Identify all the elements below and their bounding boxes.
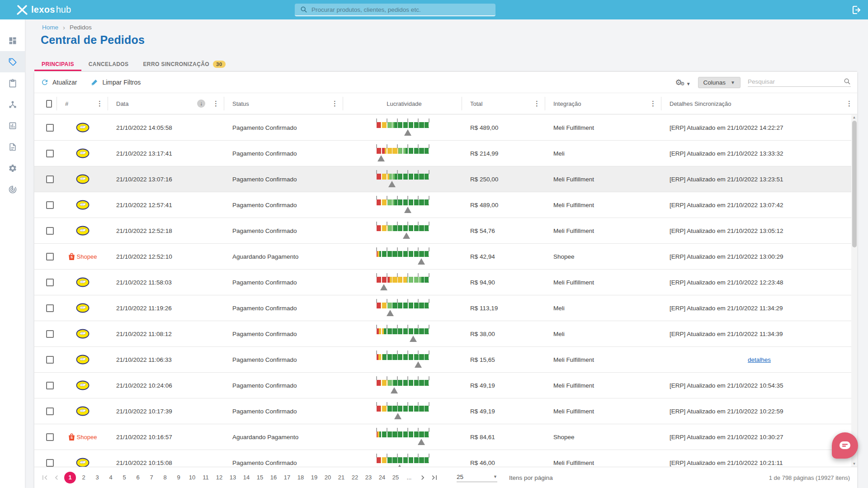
sidebar-item-support[interactable] <box>0 179 25 200</box>
global-search-input[interactable] <box>311 6 490 13</box>
table-settings-button[interactable]: ⚙⚙▼ <box>675 79 691 86</box>
page-button-11[interactable]: 11 <box>200 472 212 483</box>
breadcrumb-home-link[interactable]: Home <box>42 24 58 31</box>
table-row[interactable]: S Shopee 21/10/2022 12:52:10 Aguardando … <box>34 244 857 270</box>
page-button-25[interactable]: 25 <box>390 472 401 483</box>
row-checkbox[interactable] <box>46 201 54 209</box>
page-button-14[interactable]: 14 <box>241 472 252 483</box>
page-button-16[interactable]: 16 <box>268 472 279 483</box>
page-button-17[interactable]: 17 <box>281 472 293 483</box>
column-menu-icon[interactable]: ⋮ <box>647 99 656 108</box>
row-checkbox[interactable] <box>46 150 54 157</box>
row-checkbox[interactable] <box>46 356 54 364</box>
first-page-button[interactable] <box>39 472 51 483</box>
prev-page-button[interactable] <box>51 472 62 483</box>
page-button-2[interactable]: 2 <box>78 472 90 483</box>
sort-desc-icon[interactable]: ↓ <box>197 99 205 108</box>
page-button-22[interactable]: 22 <box>349 472 361 483</box>
table-row[interactable]: 21/10/2022 11:58:03 Pagamento Confirmado… <box>34 270 857 295</box>
col-header-integration[interactable]: Integração <box>553 100 581 107</box>
table-search-input[interactable] <box>748 78 844 85</box>
page-button-12[interactable]: 12 <box>213 472 225 483</box>
table-row[interactable]: 21/10/2022 14:05:58 Pagamento Confirmado… <box>34 115 857 141</box>
table-row[interactable]: 21/10/2022 11:06:33 Pagamento Confirmado… <box>34 347 857 373</box>
table-row[interactable]: S Shopee 21/10/2022 10:16:57 Aguardando … <box>34 424 857 450</box>
table-row[interactable]: 21/10/2022 10:15:08 Pagamento Confirmado… <box>34 450 857 467</box>
page-button-9[interactable]: 9 <box>173 472 184 483</box>
row-checkbox[interactable] <box>46 124 54 132</box>
sidebar-item-settings[interactable] <box>0 157 25 179</box>
page-button-3[interactable]: 3 <box>91 472 103 483</box>
table-row[interactable]: 21/10/2022 12:57:41 Pagamento Confirmado… <box>34 192 857 218</box>
sidebar-item-orders[interactable] <box>0 72 25 94</box>
row-checkbox[interactable] <box>46 304 54 312</box>
tab-cancelados[interactable]: CANCELADOS <box>81 59 136 71</box>
global-search[interactable] <box>295 4 495 16</box>
col-header-total[interactable]: Total <box>470 100 482 107</box>
page-button-13[interactable]: 13 <box>227 472 239 483</box>
column-menu-icon[interactable]: ⋮ <box>210 99 219 108</box>
sidebar-item-documents[interactable] <box>0 136 25 157</box>
page-button-21[interactable]: 21 <box>335 472 347 483</box>
page-button-23[interactable]: 23 <box>363 472 374 483</box>
column-menu-icon[interactable]: ⋮ <box>843 99 853 108</box>
refresh-button[interactable]: Atualizar <box>41 78 77 86</box>
chat-fab-button[interactable] <box>832 432 858 459</box>
page-button-24[interactable]: 24 <box>376 472 388 483</box>
scroll-down-icon[interactable]: ▼ <box>851 461 857 467</box>
scrollbar-thumb[interactable] <box>852 121 857 247</box>
vertical-scrollbar[interactable]: ▲ ▼ <box>851 115 857 467</box>
items-per-page-select[interactable]: 25▼ <box>457 474 497 482</box>
column-menu-icon[interactable]: ⋮ <box>531 99 540 108</box>
page-button-8[interactable]: 8 <box>159 472 171 483</box>
page-button-18[interactable]: 18 <box>295 472 307 483</box>
app-logo[interactable]: lexoshub <box>16 5 71 15</box>
row-checkbox[interactable] <box>46 433 54 441</box>
table-search[interactable] <box>748 78 851 87</box>
col-header-sync[interactable]: Detalhes Sincronização <box>670 100 731 107</box>
row-checkbox[interactable] <box>46 407 54 415</box>
page-button-19[interactable]: 19 <box>308 472 320 483</box>
col-header-profitability[interactable]: Lucratividade <box>387 100 421 107</box>
table-row[interactable]: 21/10/2022 11:19:26 Pagamento Confirmado… <box>34 295 857 321</box>
sidebar-item-products[interactable] <box>0 51 25 72</box>
sync-details-link[interactable]: detalhes <box>748 356 771 363</box>
columns-button[interactable]: Colunas▼ <box>698 77 741 88</box>
last-page-button[interactable] <box>429 472 440 483</box>
row-checkbox[interactable] <box>46 459 54 467</box>
col-header-status[interactable]: Status <box>232 100 249 107</box>
table-row[interactable]: 21/10/2022 11:08:12 Pagamento Confirmado… <box>34 321 857 347</box>
page-button-10[interactable]: 10 <box>186 472 198 483</box>
sidebar-item-integrations[interactable] <box>0 94 25 115</box>
page-ellipsis-button[interactable]: ... <box>403 472 415 483</box>
table-row[interactable]: 21/10/2022 12:52:18 Pagamento Confirmado… <box>34 218 857 244</box>
col-header-date[interactable]: Data <box>116 100 128 107</box>
page-button-20[interactable]: 20 <box>322 472 334 483</box>
row-checkbox[interactable] <box>46 382 54 389</box>
row-checkbox[interactable] <box>46 175 54 183</box>
column-menu-icon[interactable]: ⋮ <box>329 99 338 108</box>
next-page-button[interactable] <box>417 472 429 483</box>
tab-erro-sincronizacao[interactable]: ERRO SINCRONIZAÇÃO30 <box>136 59 232 71</box>
page-button-5[interactable]: 5 <box>118 472 130 483</box>
row-checkbox[interactable] <box>46 253 54 261</box>
page-button-4[interactable]: 4 <box>105 472 117 483</box>
page-button-6[interactable]: 6 <box>132 472 144 483</box>
page-button-1[interactable]: 1 <box>64 472 76 483</box>
sidebar-item-reports[interactable] <box>0 115 25 136</box>
table-row[interactable]: 21/10/2022 10:17:39 Pagamento Confirmado… <box>34 398 857 424</box>
row-checkbox[interactable] <box>46 330 54 338</box>
row-checkbox[interactable] <box>46 227 54 235</box>
select-all-checkbox[interactable] <box>46 100 52 108</box>
clear-filters-button[interactable]: Limpar Filtros <box>90 78 141 86</box>
table-row[interactable]: 21/10/2022 10:24:06 Pagamento Confirmado… <box>34 373 857 398</box>
page-button-7[interactable]: 7 <box>146 472 157 483</box>
column-menu-icon[interactable]: ⋮ <box>94 99 103 108</box>
scroll-up-icon[interactable]: ▲ <box>851 115 857 120</box>
table-row[interactable]: 21/10/2022 13:17:41 Pagamento Confirmado… <box>34 141 857 166</box>
col-header-id[interactable]: # <box>65 100 68 107</box>
page-button-15[interactable]: 15 <box>254 472 266 483</box>
row-checkbox[interactable] <box>46 279 54 286</box>
sidebar-item-dashboard[interactable] <box>0 30 25 51</box>
tab-principais[interactable]: PRINCIPAIS <box>34 59 81 71</box>
